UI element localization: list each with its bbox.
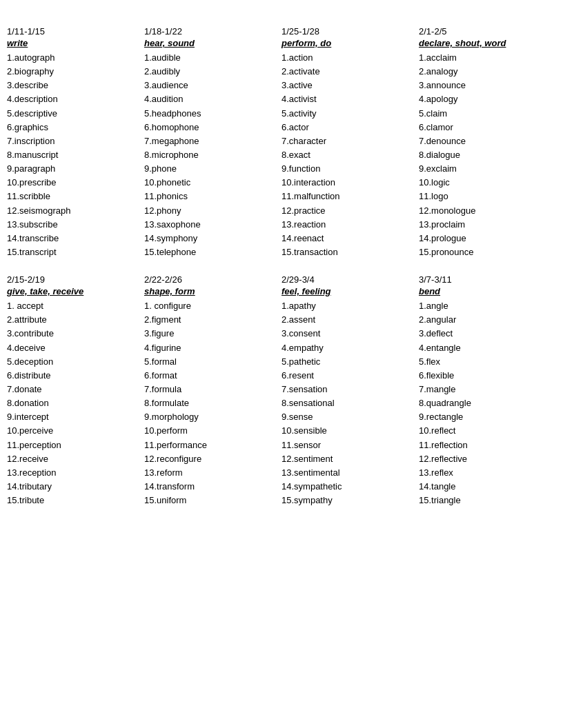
list-item: 4.audition [144,92,276,106]
list-item: 13.reflex [419,466,551,480]
column-0-2: 1/25-1/28perform, do1.action2.activate3.… [282,26,419,259]
list-item: 11.scribble [7,190,139,203]
list-item: 2.activate [282,65,413,79]
list-item: 7.megaphone [144,134,276,148]
list-item: 15.telephone [144,245,276,259]
date-label: 1/11-1/15 [7,26,139,37]
list-item: 1.acclaim [419,51,551,65]
word-list: 1.apathy2.assent3.consent4.empathy5.path… [282,299,413,507]
list-item: 7.mangle [419,383,551,396]
section-1: 2/15-2/19give, take, receive1. accept2.a… [7,274,556,507]
list-item: 4.description [7,92,139,106]
list-item: 10.sensible [282,424,413,438]
list-item: 12.reconfigure [144,452,276,466]
list-item: 8.donation [7,396,139,410]
list-item: 1.action [282,51,413,65]
list-item: 12.sentiment [282,452,413,466]
word-list: 1.acclaim2.analogy3.announce4.apology5.c… [419,51,551,259]
list-item: 14.reenact [282,232,413,245]
list-item: 9.paragraph [7,162,139,176]
list-item: 4.apology [419,92,551,106]
list-item: 6.resent [282,369,413,383]
list-item: 10.interaction [282,176,413,190]
list-item: 9.morphology [144,410,276,424]
column-1-1: 2/22-2/26shape, form1. configure2.figmen… [144,274,282,507]
list-item: 13.saxophone [144,218,276,232]
list-item: 4.figurine [144,341,276,355]
list-item: 11.performance [144,438,276,452]
list-item: 4.empathy [282,341,413,355]
list-item: 6.flexible [419,369,551,383]
theme-label: bend [419,286,551,296]
theme-label: write [7,38,139,48]
list-item: 9.phone [144,162,276,176]
list-item: 1.audible [144,51,276,65]
theme-label: feel, feeling [282,286,413,296]
theme-label: declare, shout, word [419,38,551,48]
list-item: 12.reflective [419,452,551,466]
list-item: 12.receive [7,452,139,466]
date-label: 2/15-2/19 [7,274,139,285]
list-item: 11.perception [7,438,139,452]
list-item: 5.formal [144,355,276,369]
word-list: 1. configure2.figment3.figure4.figurine5… [144,299,276,507]
theme-label: shape, form [144,286,276,296]
list-item: 7.inscription [7,134,139,148]
section-0: 1/11-1/15write1.autograph2.biography3.de… [7,26,556,259]
list-item: 15.transcript [7,245,139,259]
list-item: 7.denounce [419,134,551,148]
column-1-0: 2/15-2/19give, take, receive1. accept2.a… [7,274,144,507]
list-item: 13.sentimental [282,466,413,480]
list-item: 5.flex [419,355,551,369]
list-item: 2.assent [282,313,413,327]
list-item: 3.deflect [419,327,551,341]
list-item: 14.transform [144,480,276,494]
list-item: 1.apathy [282,299,413,313]
list-item: 8.microphone [144,148,276,162]
date-label: 3/7-3/11 [419,274,551,285]
list-item: 4.activist [282,92,413,106]
list-item: 3.figure [144,327,276,341]
list-item: 6.actor [282,121,413,134]
list-item: 2.figment [144,313,276,327]
list-item: 9.exclaim [419,162,551,176]
list-item: 6.graphics [7,121,139,134]
list-item: 11.malfunction [282,190,413,203]
list-item: 8.exact [282,148,413,162]
theme-label: give, take, receive [7,286,139,296]
list-item: 7.donate [7,383,139,396]
list-item: 9.intercept [7,410,139,424]
list-item: 12.practice [282,204,413,218]
list-item: 6.format [144,369,276,383]
list-item: 5.claim [419,107,551,121]
list-item: 13.reception [7,466,139,480]
list-item: 2.angular [419,313,551,327]
list-item: 12.monologue [419,204,551,218]
list-item: 2.biography [7,65,139,79]
list-item: 13.reaction [282,218,413,232]
word-list: 1.autograph2.biography3.describe4.descri… [7,51,139,259]
list-item: 15.sympathy [282,494,413,507]
list-item: 1.angle [419,299,551,313]
date-label: 2/22-2/26 [144,274,276,285]
list-item: 7.sensation [282,383,413,396]
list-item: 9.function [282,162,413,176]
date-label: 2/1-2/5 [419,26,551,37]
list-item: 2.analogy [419,65,551,79]
list-item: 7.character [282,134,413,148]
list-item: 11.reflection [419,438,551,452]
list-item: 6.distribute [7,369,139,383]
list-item: 15.uniform [144,494,276,507]
list-item: 4.entangle [419,341,551,355]
list-item: 3.audience [144,79,276,92]
list-item: 14.prologue [419,232,551,245]
list-item: 12.seismograph [7,204,139,218]
list-item: 11.sensor [282,438,413,452]
list-item: 3.contribute [7,327,139,341]
list-item: 5.activity [282,107,413,121]
list-item: 14.transcribe [7,232,139,245]
list-item: 10.perceive [7,424,139,438]
list-item: 14.sympathetic [282,480,413,494]
column-0-1: 1/18-1/22hear, sound1.audible2.audibly3.… [144,26,282,259]
list-item: 9.sense [282,410,413,424]
